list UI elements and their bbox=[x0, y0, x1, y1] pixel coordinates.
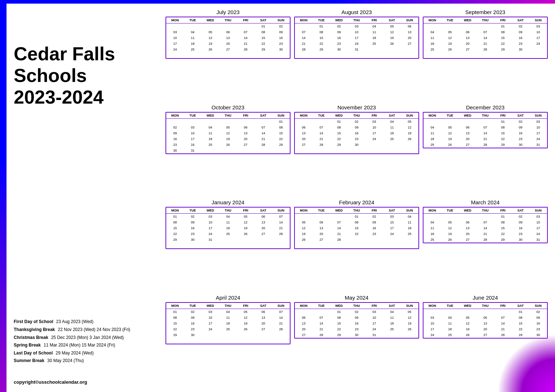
cal-header-cell: SUN bbox=[529, 208, 547, 213]
cal-cell: 05 bbox=[441, 219, 459, 225]
cal-header-cell: SUN bbox=[529, 17, 547, 23]
cal-cell: 09 bbox=[184, 219, 202, 225]
cal-cell: 18 bbox=[401, 225, 418, 231]
cal-cell: 15 bbox=[254, 35, 272, 41]
cal-cell bbox=[441, 214, 459, 219]
cal-header-cell: WED bbox=[202, 208, 219, 213]
cal-cell: 21 bbox=[295, 41, 313, 47]
cal-cell: 27 bbox=[237, 142, 254, 148]
cal-cell: 13 bbox=[219, 35, 237, 41]
cal-cell: 24 bbox=[348, 41, 366, 47]
cal-header: MONTUEWEDTHUFRISATSUN bbox=[295, 208, 418, 214]
cal-cell: 22 bbox=[330, 136, 348, 142]
cal-cell: 08 bbox=[494, 125, 512, 130]
cal-cell: 20 bbox=[401, 35, 418, 41]
cal-cell bbox=[423, 309, 441, 315]
cal-cell: 12 bbox=[237, 315, 254, 321]
cal-cell: 12 bbox=[202, 35, 219, 41]
cal-cell: 11 bbox=[423, 35, 441, 41]
cal-cell: 06 bbox=[459, 219, 477, 225]
cal-header-cell: MON bbox=[166, 113, 184, 118]
cal-cell bbox=[441, 52, 459, 58]
cal-cell: 24 bbox=[184, 142, 202, 148]
cal-header-cell: SUN bbox=[272, 17, 290, 23]
cal-cell bbox=[348, 52, 366, 58]
cal-cell bbox=[330, 243, 348, 248]
cal-cell: 28 bbox=[477, 237, 494, 243]
top-border bbox=[0, 0, 555, 4]
cal-cell: 02 bbox=[184, 309, 202, 315]
cal-header-cell: SAT bbox=[254, 17, 272, 23]
cal-header-cell: WED bbox=[330, 303, 348, 309]
cal-header-cell: FRI bbox=[494, 303, 512, 309]
cal-cell: 06 bbox=[477, 315, 494, 321]
cal-cell bbox=[365, 237, 383, 243]
cal-cell: 21 bbox=[477, 136, 494, 142]
cal-body: 0102030405060708091011121314151617181920… bbox=[166, 214, 290, 248]
cal-cell bbox=[313, 214, 330, 219]
cal-header: MONTUEWEDTHUFRISATSUN bbox=[295, 113, 418, 119]
cal-cell: 03 bbox=[529, 214, 547, 219]
cal-cell: 11 bbox=[219, 219, 237, 225]
cal-cell: 14 bbox=[313, 130, 330, 136]
cal-cell: 07 bbox=[272, 309, 290, 315]
cal-cell bbox=[254, 243, 272, 248]
cal-cell bbox=[219, 119, 237, 125]
cal-cell: 02 bbox=[184, 214, 202, 219]
cal-cell: 15 bbox=[348, 225, 366, 231]
cal-cell: 20 bbox=[313, 231, 330, 237]
cal-cell: 30 bbox=[184, 237, 202, 243]
cal-cell: 27 bbox=[459, 237, 477, 243]
cal-cell: 01 bbox=[166, 214, 184, 219]
cal-header-cell: WED bbox=[459, 113, 477, 118]
cal-cell: 19 bbox=[401, 130, 418, 136]
cal-cell bbox=[494, 309, 512, 315]
cal-cell: 17 bbox=[202, 321, 219, 326]
cal-header-cell: SAT bbox=[383, 303, 401, 309]
cal-cell: 05 bbox=[295, 219, 313, 225]
cal-cell: 01 bbox=[272, 119, 290, 125]
cal-cell: 07 bbox=[330, 219, 348, 225]
cal-cell: 24 bbox=[365, 326, 383, 332]
cal-cell: 06 bbox=[219, 29, 237, 35]
cal-cell: 22 bbox=[272, 136, 290, 142]
cal-cell: 19 bbox=[202, 41, 219, 47]
cal-header-cell: WED bbox=[330, 17, 348, 23]
cal-header: MONTUEWEDTHUFRISATSUN bbox=[166, 17, 290, 23]
cal-cell: 20 bbox=[237, 136, 254, 142]
cal-body: 0102030405060708091011121314151617181920… bbox=[423, 23, 547, 58]
cal-grid: MONTUEWEDTHUFRISATSUN0102030405060708091… bbox=[423, 207, 548, 243]
cal-cell: 04 bbox=[383, 119, 401, 125]
cal-cell: 04 bbox=[401, 214, 418, 219]
cal-cell: 11 bbox=[184, 35, 202, 41]
cal-cell: 12 bbox=[237, 219, 254, 225]
cal-cell: 18 bbox=[219, 225, 237, 231]
cal-cell bbox=[166, 119, 184, 125]
cal-cell bbox=[477, 119, 494, 125]
cal-cell bbox=[237, 23, 254, 29]
cal-cell: 04 bbox=[383, 309, 401, 315]
cal-header: MONTUEWEDTHUFRISATSUN bbox=[423, 303, 547, 309]
cal-cell: 30 bbox=[348, 142, 366, 148]
cal-cell bbox=[529, 47, 547, 52]
cal-cell bbox=[202, 148, 219, 153]
cal-cell: 13 bbox=[459, 35, 477, 41]
cal-header-cell: THU bbox=[219, 208, 237, 213]
cal-header-cell: WED bbox=[330, 113, 348, 118]
cal-cell: 26 bbox=[219, 142, 237, 148]
cal-cell: 14 bbox=[477, 225, 494, 231]
cal-header-cell: TUE bbox=[184, 303, 202, 309]
cal-cell: 05 bbox=[202, 29, 219, 35]
cal-header-cell: THU bbox=[477, 113, 494, 118]
cal-cell: 14 bbox=[477, 130, 494, 136]
cal-cell: 08 bbox=[330, 315, 348, 321]
cal-cell: 29 bbox=[330, 142, 348, 148]
cal-cell: 06 bbox=[295, 125, 313, 130]
cal-cell: 23 bbox=[348, 136, 366, 142]
cal-cell: 17 bbox=[529, 35, 547, 41]
cal-header: MONTUEWEDTHUFRISATSUN bbox=[423, 113, 547, 119]
month-calendar: March 2024MONTUEWEDTHUFRISATSUN010203040… bbox=[423, 199, 548, 292]
cal-cell bbox=[219, 52, 237, 58]
cal-cell: 29 bbox=[494, 237, 512, 243]
cal-cell bbox=[401, 47, 418, 52]
